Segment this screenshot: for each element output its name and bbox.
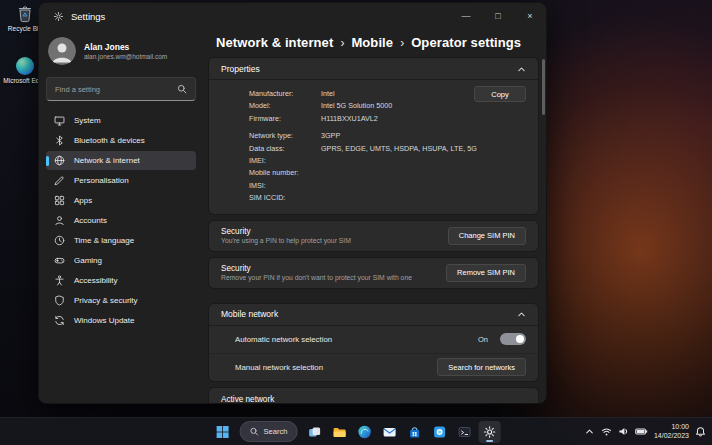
titlebar[interactable]: Settings — □ × [39,3,546,29]
close-button[interactable]: × [514,3,546,29]
account-summary[interactable]: Alan Jones alan.jones.wm@hotmail.com [46,33,196,69]
store-button[interactable] [403,421,425,443]
property-row: SIM ICCID: [249,192,526,204]
copy-button[interactable]: Copy [474,86,526,102]
property-value: Intel 5G Solution 5000 [321,100,392,112]
sidebar-item-system[interactable]: System [46,111,196,130]
search-icon [250,427,259,436]
taskbar-search[interactable]: Search [240,421,298,442]
taskbar-center: Search [212,418,501,445]
page-title: Operator settings [411,35,521,50]
sidebar-item-privacy-security[interactable]: Privacy & security [46,291,196,310]
security-title: Security [221,227,440,236]
battery-status[interactable] [635,426,648,437]
file-explorer-button[interactable] [328,421,350,443]
properties-expander-header[interactable]: Properties [209,58,538,79]
mobile-network-expander-header[interactable]: Mobile network [209,304,538,325]
search-placeholder: Find a setting [55,85,177,94]
property-label: Manufacturer: [249,88,321,100]
property-value: 3GPP [321,130,340,142]
scrollbar[interactable] [542,59,545,115]
sidebar-item-label: Windows Update [74,316,134,325]
active-network-title: Active network [221,395,526,404]
taskbar-clock[interactable]: 10:00 14/02/2023 [654,423,689,440]
property-row: Firmware:H111BXXU1AVL2 [249,113,526,125]
network-status[interactable] [601,426,612,437]
edge-button[interactable] [353,421,375,443]
settings-search-input[interactable]: Find a setting [46,77,196,101]
properties-body: Copy Manufacturer:Intel Model:Intel 5G S… [209,79,538,214]
start-button[interactable] [212,421,234,443]
property-label: SIM ICCID: [249,192,321,204]
clock-icon [54,235,65,246]
sidebar-item-bluetooth-devices[interactable]: Bluetooth & devices [46,131,196,150]
tray-chevron-button[interactable] [584,426,595,437]
update-arrows-icon [54,315,65,326]
task-view-button[interactable] [303,421,325,443]
breadcrumb-network-internet[interactable]: Network & internet [216,35,333,50]
sidebar-item-time-language[interactable]: Time & language [46,231,196,250]
volume-status[interactable] [618,426,629,437]
property-row: Network type:3GPP [249,130,526,142]
sidebar-item-accessibility[interactable]: Accessibility [46,271,196,290]
chevron-up-icon [517,305,526,323]
sidebar-item-label: Privacy & security [74,296,138,305]
property-label: Firmware: [249,113,321,125]
terminal-button[interactable] [453,421,475,443]
wifi-icon [601,426,612,437]
sidebar-item-apps[interactable]: Apps [46,191,196,210]
clock-date: 14/02/2023 [654,432,689,441]
bell-icon [695,426,706,437]
mobile-network-title: Mobile network [221,309,278,319]
settings-cards: Properties Copy Manufacturer:Intel Model… [208,57,539,404]
property-row: Data class:GPRS, EDGE, UMTS, HSDPA, HSUP… [249,143,526,155]
properties-title: Properties [221,64,260,74]
sidebar-item-label: Apps [74,196,92,205]
notification-bell-button[interactable] [695,426,706,437]
property-label: Model: [249,100,321,112]
sidebar-nav: System Bluetooth & devices Network & int… [46,111,196,330]
person-icon [54,215,65,226]
accessibility-icon [54,275,65,286]
speaker-icon [618,426,629,437]
automatic-network-toggle[interactable] [500,333,526,345]
photos-icon [432,425,446,439]
settings-app-icon [53,11,64,22]
sidebar-item-accounts[interactable]: Accounts [46,211,196,230]
content-pane: Network & internet › Mobile › Operator s… [203,29,546,403]
chevron-up-icon [517,60,526,78]
clock-time: 10:00 [654,423,689,432]
sidebar-item-network-internet[interactable]: Network & internet [46,151,196,170]
recycle-bin-icon [15,3,35,23]
avatar [48,37,76,65]
chevron-up-icon [584,426,595,437]
mail-icon [382,425,396,439]
remove-sim-pin-button[interactable]: Remove SIM PIN [446,264,526,282]
toggle-state-label: On [478,335,488,344]
taskbar: Search [0,417,712,445]
change-sim-pin-button[interactable]: Change SIM PIN [448,227,526,245]
sidebar-item-gaming[interactable]: Gaming [46,251,196,270]
minimize-button[interactable]: — [450,3,482,29]
sidebar-item-windows-update[interactable]: Windows Update [46,311,196,330]
mobile-network-body: Automatic network selection On Manual ne… [209,325,538,381]
security-description: Remove your PIN if you don't want to pro… [221,274,438,281]
maximize-button[interactable]: □ [482,3,514,29]
mobile-network-card: Mobile network Automatic network selecti… [208,303,539,382]
window-title: Settings [71,11,105,22]
apps-grid-icon [54,195,65,206]
sidebar-item-label: System [74,116,101,125]
mail-button[interactable] [378,421,400,443]
user-name: Alan Jones [84,42,167,52]
globe-icon [54,155,65,166]
search-for-networks-button[interactable]: Search for networks [437,358,526,376]
settings-taskbar-button[interactable] [478,421,500,443]
user-email: alan.jones.wm@hotmail.com [84,53,167,60]
breadcrumb-mobile[interactable]: Mobile [351,35,393,50]
security-remove-pin-card: Security Remove your PIN if you don't wa… [208,257,539,289]
photos-button[interactable] [428,421,450,443]
bluetooth-icon [54,135,65,146]
gear-icon [482,425,496,439]
sidebar-item-personalisation[interactable]: Personalisation [46,171,196,190]
sidebar-item-label: Personalisation [74,176,129,185]
